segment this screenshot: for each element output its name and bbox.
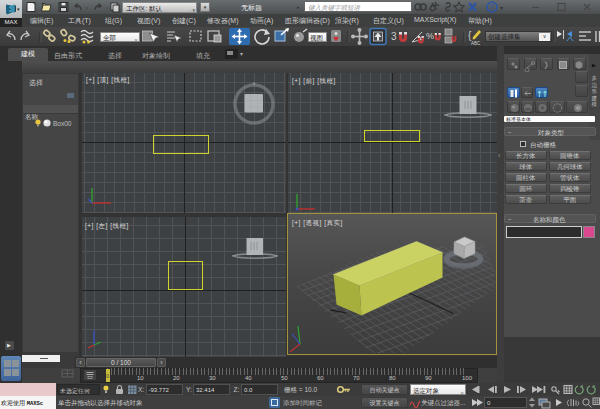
svg-text:%: % — [426, 31, 434, 41]
svg-text:ABC: ABC — [471, 41, 481, 46]
svg-text:3: 3 — [391, 31, 397, 42]
svg-text:{: { — [468, 30, 472, 41]
svg-text:▾: ▾ — [500, 5, 503, 11]
svg-text:?: ? — [490, 3, 494, 12]
